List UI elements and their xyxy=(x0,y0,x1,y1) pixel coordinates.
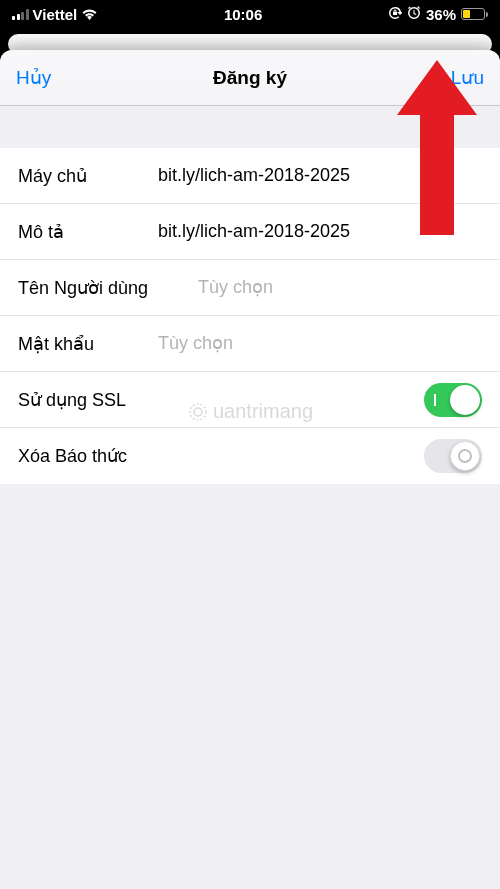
orientation-lock-icon xyxy=(388,6,402,23)
save-button[interactable]: Lưu xyxy=(434,66,484,89)
description-input[interactable] xyxy=(158,221,482,242)
description-label: Mô tả xyxy=(18,221,158,243)
wifi-icon xyxy=(81,8,98,20)
username-label: Tên Người dùng xyxy=(18,277,198,299)
cancel-button[interactable]: Hủy xyxy=(16,66,66,89)
ssl-label: Sử dụng SSL xyxy=(18,389,424,411)
server-row[interactable]: Máy chủ xyxy=(0,148,500,204)
delete-alarms-switch[interactable] xyxy=(424,439,482,473)
battery-icon xyxy=(461,8,488,20)
alarm-icon xyxy=(407,6,421,23)
delete-alarms-label: Xóa Báo thức xyxy=(18,445,424,467)
battery-fill xyxy=(463,10,470,18)
modal-sheet: Hủy Đăng ký Lưu Máy chủ Mô tả Tên Người … xyxy=(0,50,500,889)
ssl-row: Sử dụng SSL xyxy=(0,372,500,428)
password-row[interactable]: Mật khẩu xyxy=(0,316,500,372)
server-input[interactable] xyxy=(158,165,482,186)
carrier-label: Viettel xyxy=(33,6,78,23)
password-input[interactable] xyxy=(158,333,482,354)
form-group: Máy chủ Mô tả Tên Người dùng Mật khẩu Sử… xyxy=(0,148,500,484)
username-input[interactable] xyxy=(198,277,482,298)
nav-bar: Hủy Đăng ký Lưu xyxy=(0,50,500,106)
page-title: Đăng ký xyxy=(213,67,287,89)
description-row[interactable]: Mô tả xyxy=(0,204,500,260)
group-spacer xyxy=(0,106,500,148)
content-area[interactable]: Máy chủ Mô tả Tên Người dùng Mật khẩu Sử… xyxy=(0,106,500,889)
status-bar: Viettel 10:06 36% xyxy=(0,0,500,28)
server-label: Máy chủ xyxy=(18,165,158,187)
delete-alarms-row: Xóa Báo thức xyxy=(0,428,500,484)
password-label: Mật khẩu xyxy=(18,333,158,355)
username-row[interactable]: Tên Người dùng xyxy=(0,260,500,316)
status-left: Viettel xyxy=(12,6,98,23)
ssl-switch[interactable] xyxy=(424,383,482,417)
status-time: 10:06 xyxy=(224,6,262,23)
status-right: 36% xyxy=(388,6,488,23)
signal-icon xyxy=(12,9,29,20)
battery-pct: 36% xyxy=(426,6,456,23)
